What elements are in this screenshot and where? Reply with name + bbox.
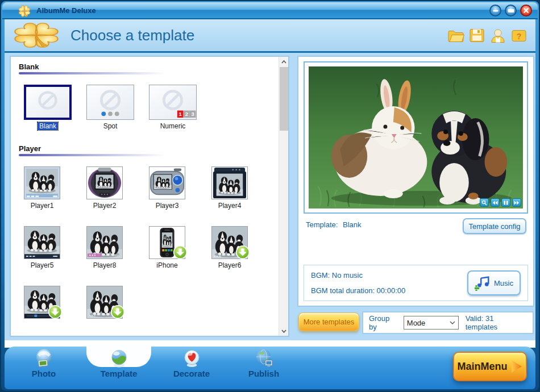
close-icon[interactable] — [520, 5, 532, 16]
user-icon[interactable] — [489, 28, 506, 43]
decorate-icon — [182, 348, 202, 368]
window-title: AlbumMe Deluxe — [36, 6, 96, 15]
preview-box — [304, 61, 528, 214]
template-item-label: Blank — [38, 122, 58, 131]
pause-icon[interactable] — [501, 198, 510, 207]
template-thumbnail[interactable] — [211, 166, 248, 199]
help-icon[interactable]: ? — [510, 28, 527, 43]
title-bar: AlbumMe Deluxe — [2, 2, 538, 19]
download-badge-icon — [48, 305, 63, 319]
template-item-label: Player1 — [31, 202, 54, 210]
clover-logo-icon — [17, 4, 32, 18]
template-item-label: Player8 — [93, 261, 117, 270]
template-thumbnail[interactable] — [24, 166, 60, 199]
template-item-label: Player2 — [93, 202, 117, 210]
template-item[interactable]: Blank — [23, 85, 72, 131]
template-item[interactable]: Player6 — [211, 226, 248, 270]
bgm-status: BGM: No music — [311, 271, 363, 280]
template-row: BlankSpot123Numeric — [18, 85, 276, 131]
template-item[interactable]: Player4 — [211, 166, 248, 210]
zoom-icon[interactable] — [480, 198, 489, 207]
music-button[interactable]: Music — [467, 270, 521, 295]
template-panel: BlankBlankSpot123NumericPlayerPlayer1Pla… — [10, 56, 289, 337]
template-item-label: Player6 — [218, 261, 242, 270]
maximize-icon[interactable] — [505, 5, 517, 16]
template-icon — [109, 348, 129, 368]
template-item[interactable]: iPhone — [148, 226, 186, 270]
save-icon[interactable] — [468, 28, 485, 43]
group-by-label: Group by — [369, 314, 399, 331]
template-thumbnail[interactable] — [86, 286, 123, 319]
music-note-icon — [475, 275, 491, 291]
group-by-select[interactable]: Mode — [404, 316, 459, 330]
more-templates-button[interactable]: More templates — [298, 312, 359, 331]
template-row: Player5Player8iPhonePlayer6 — [18, 226, 276, 270]
template-item-label: iPhone — [156, 261, 177, 270]
template-thumbnail[interactable] — [86, 85, 134, 120]
tab-decorate[interactable]: Decorate — [157, 347, 226, 378]
tab-publish[interactable]: Publish — [230, 347, 298, 378]
template-item[interactable]: Player3 — [148, 166, 186, 210]
svg-text:?: ? — [517, 32, 522, 41]
template-thumbnail[interactable] — [149, 226, 185, 259]
rewind-icon[interactable] — [491, 198, 500, 207]
template-row — [18, 286, 276, 330]
download-badge-icon — [173, 245, 188, 260]
scrollbar-thumb[interactable] — [280, 67, 288, 131]
header: Choose a template ? — [5, 19, 535, 53]
scroll-down-icon[interactable] — [279, 326, 289, 336]
template-config-button[interactable]: Template config — [463, 218, 526, 234]
template-item-label: Player3 — [156, 202, 179, 210]
template-item[interactable]: Player1 — [23, 166, 61, 210]
section-header: Blank — [19, 62, 276, 71]
template-thumbnail[interactable] — [24, 226, 60, 259]
section-underline — [19, 154, 165, 156]
template-thumbnail[interactable] — [24, 286, 60, 319]
open-project-icon[interactable] — [447, 28, 464, 43]
template-thumbnail[interactable] — [86, 226, 123, 259]
bgm-duration: BGM total duration: 00:00:00 — [311, 286, 405, 295]
template-thumbnail[interactable] — [211, 226, 248, 259]
template-item[interactable]: Player8 — [86, 226, 123, 270]
tab-template[interactable]: Template — [85, 347, 153, 378]
valid-count: Valid: 31 templates — [466, 314, 527, 331]
page-title: Choose a template — [70, 27, 194, 44]
template-item[interactable] — [86, 286, 123, 330]
template-thumbnail[interactable] — [86, 166, 123, 199]
svg-text:3: 3 — [192, 111, 194, 117]
svg-text:2: 2 — [185, 111, 188, 117]
publish-icon — [254, 348, 274, 368]
scroll-up-icon[interactable] — [279, 57, 289, 66]
template-thumbnail[interactable] — [24, 85, 72, 120]
group-by-box: Group by Mode Valid: 31 templates — [362, 311, 534, 334]
scrollbar[interactable] — [279, 57, 288, 336]
template-item[interactable]: Player2 — [86, 166, 123, 210]
template-item[interactable]: 123Numeric — [148, 85, 197, 131]
section-header: Player — [19, 144, 276, 153]
template-item[interactable]: Spot — [86, 85, 135, 131]
template-status: Template: Blank — [306, 220, 362, 229]
main-menu-button[interactable]: MainMenu — [453, 352, 527, 381]
preview-photo — [309, 66, 523, 208]
fast-forward-icon[interactable] — [512, 198, 521, 207]
arrow-right-icon — [510, 359, 523, 374]
tab-photo[interactable]: Photo — [10, 347, 78, 378]
download-badge-icon — [235, 245, 250, 260]
template-label: Template: — [306, 220, 338, 229]
template-item[interactable]: Player5 — [23, 226, 61, 270]
template-item-label: Numeric — [160, 122, 186, 131]
minimize-icon[interactable] — [489, 5, 501, 16]
template-thumbnail[interactable] — [149, 166, 185, 199]
preview-panel: Template: Blank Template config BGM: No … — [297, 56, 534, 307]
preview-controls — [480, 198, 521, 207]
template-item-label: Player5 — [31, 261, 54, 270]
template-item[interactable] — [23, 286, 61, 330]
template-thumbnail[interactable]: 123 — [149, 85, 197, 120]
template-list: BlankBlankSpot123NumericPlayerPlayer1Pla… — [11, 57, 279, 336]
chevron-down-icon — [450, 321, 455, 324]
section-underline — [19, 72, 165, 74]
template-item-label: Player4 — [218, 202, 242, 210]
svg-text:1: 1 — [179, 111, 182, 117]
download-badge-icon — [110, 305, 125, 319]
app-window: AlbumMe Deluxe Choose a template — [0, 0, 540, 392]
